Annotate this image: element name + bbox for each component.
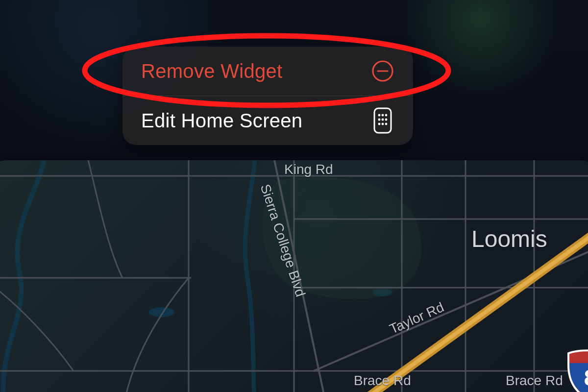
svg-point-11	[385, 123, 388, 125]
ios-home-screen: Remove Widget Edit Home Screen	[0, 0, 588, 392]
widget-context-menu: Remove Widget Edit Home Screen	[122, 47, 413, 145]
svg-point-6	[378, 119, 381, 121]
svg-point-10	[382, 123, 384, 125]
road-label-brace-2: Brace Rd	[506, 373, 563, 389]
apps-grid-phone-icon	[369, 107, 396, 134]
svg-point-4	[382, 114, 384, 117]
city-label-loomis: Loomis	[471, 225, 547, 252]
road-label-brace-1: Brace Rd	[354, 373, 411, 389]
interstate-shield-icon: 8	[564, 346, 588, 392]
road-label-king: King Rd	[284, 162, 333, 177]
svg-point-9	[378, 123, 381, 125]
svg-point-8	[385, 119, 388, 121]
edit-home-screen-menu-item[interactable]: Edit Home Screen	[122, 96, 413, 145]
remove-minus-circle-icon	[369, 57, 396, 85]
remove-widget-menu-item[interactable]: Remove Widget	[122, 47, 413, 96]
interstate-number: 8	[564, 346, 588, 392]
svg-point-3	[378, 114, 381, 117]
maps-widget[interactable]: King Rd Sierra College Blvd Taylor Rd Lo…	[0, 160, 588, 392]
svg-point-7	[382, 119, 384, 121]
edit-home-screen-label: Edit Home Screen	[141, 110, 302, 132]
svg-point-5	[385, 114, 388, 117]
remove-widget-label: Remove Widget	[141, 60, 282, 82]
